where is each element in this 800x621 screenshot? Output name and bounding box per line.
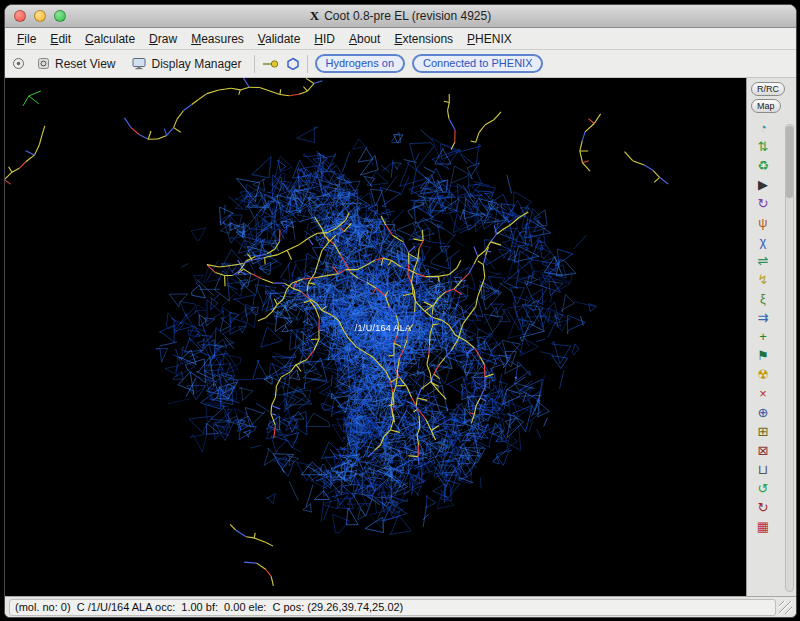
title-bar[interactable]: X Coot 0.8-pre EL (revision 4925): [5, 5, 796, 28]
menu-draw[interactable]: Draw: [142, 30, 184, 48]
sidechain-flip-icon[interactable]: ↯: [752, 270, 774, 289]
x11-icon: X: [310, 8, 319, 24]
zoom-button[interactable]: [54, 10, 66, 22]
chi-angles-icon[interactable]: χ: [752, 232, 774, 251]
undo-icon[interactable]: ↺: [752, 479, 774, 498]
rrc-button[interactable]: R/RC: [751, 82, 785, 96]
molecular-viewport[interactable]: /1/U/164 ALA: [5, 78, 746, 596]
recycle-icon[interactable]: ♻: [752, 156, 774, 175]
mutate-icon[interactable]: ⇉: [752, 308, 774, 327]
trash-icon[interactable]: ⊔: [752, 460, 774, 479]
toolbar-grip-icon[interactable]: [12, 57, 25, 70]
display-manager-label: Display Manager: [151, 57, 241, 71]
minimize-button[interactable]: [34, 10, 46, 22]
rotamer-icon[interactable]: ψ: [752, 213, 774, 232]
right-toolbar-icons: ◔⇅♻▶↻ψχ⇌↯ξ⇉+⚑☢×⊕⊞⊠⊔↺↻▦: [750, 118, 776, 536]
right-toolbar-scrollbar[interactable]: [785, 124, 794, 592]
map-button[interactable]: Map: [751, 99, 781, 113]
hydrogens-toggle-button[interactable]: Hydrogens on: [315, 54, 406, 73]
window-title-text: Coot 0.8-pre EL (revision 4925): [324, 9, 491, 23]
menu-file[interactable]: File: [10, 30, 43, 48]
delete-icon[interactable]: ⊠: [752, 441, 774, 460]
go-to-ligand-icon[interactable]: [286, 57, 300, 71]
jed-flip-icon[interactable]: ξ: [752, 289, 774, 308]
display-manager-button[interactable]: Display Manager: [127, 55, 246, 73]
scrollbar-thumb[interactable]: [786, 126, 793, 198]
menu-phenix[interactable]: PHENIX: [460, 30, 519, 48]
menu-extensions[interactable]: Extensions: [387, 30, 460, 48]
menu-about[interactable]: About: [342, 30, 387, 48]
go-to-atom-icon[interactable]: [262, 57, 279, 70]
sphere-refine-icon[interactable]: ◔: [752, 118, 774, 137]
color-grid-icon[interactable]: ▦: [752, 517, 774, 536]
menu-hid[interactable]: HID: [307, 30, 342, 48]
reset-view-button[interactable]: Reset View: [32, 55, 120, 73]
regularize-icon[interactable]: ⇅: [752, 137, 774, 156]
menu-edit[interactable]: Edit: [43, 30, 78, 48]
cross-tools-icon[interactable]: ×: [752, 384, 774, 403]
window-title: X Coot 0.8-pre EL (revision 4925): [310, 8, 491, 24]
toolbar: Reset View Display Manager Hydrogens on …: [5, 50, 796, 78]
menu-measures[interactable]: Measures: [184, 30, 251, 48]
phenix-status-button[interactable]: Connected to PHENIX: [412, 54, 543, 73]
flip-peptide-icon[interactable]: ⇌: [752, 251, 774, 270]
coot-window: X Coot 0.8-pre EL (revision 4925) FileEd…: [4, 4, 797, 618]
menu-calculate[interactable]: Calculate: [78, 30, 142, 48]
molecular-canvas[interactable]: [5, 78, 746, 596]
reset-view-icon: [37, 57, 50, 70]
redo-icon[interactable]: ↻: [752, 498, 774, 517]
add-terminal-icon[interactable]: +: [752, 327, 774, 346]
resize-grip[interactable]: [779, 601, 792, 614]
toolbar-separator: [307, 55, 308, 73]
atom-icon[interactable]: ⊕: [752, 403, 774, 422]
toolbar-separator: [254, 55, 255, 73]
display-manager-icon: [132, 57, 146, 70]
flag-icon[interactable]: ⚑: [752, 346, 774, 365]
reset-view-label: Reset View: [55, 57, 115, 71]
status-text: (mol. no: 0) C /1/U/164 ALA occ: 1.00 bf…: [9, 599, 776, 616]
plus-box-icon[interactable]: ⊞: [752, 422, 774, 441]
radiation-icon[interactable]: ☢: [752, 365, 774, 384]
close-button[interactable]: [14, 10, 26, 22]
rotate-translate-icon[interactable]: ↻: [752, 194, 774, 213]
pointer-icon[interactable]: ▶: [752, 175, 774, 194]
status-bar: (mol. no: 0) C /1/U/164 ALA occ: 1.00 bf…: [5, 596, 796, 617]
right-toolbar: R/RC Map ◔⇅♻▶↻ψχ⇌↯ξ⇉+⚑☢×⊕⊞⊠⊔↺↻▦: [746, 78, 796, 596]
menu-validate[interactable]: Validate: [251, 30, 308, 48]
menubar: FileEditCalculateDrawMeasuresValidateHID…: [5, 28, 796, 50]
